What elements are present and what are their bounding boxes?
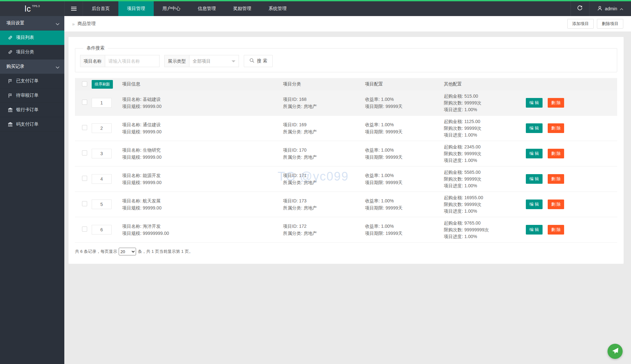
project-name-value: 生物研究 bbox=[143, 147, 161, 153]
project-id-value: 173 bbox=[299, 198, 306, 203]
edit-button[interactable]: 编 辑 bbox=[526, 98, 543, 108]
rate-value: 1.00% bbox=[381, 173, 394, 178]
refresh-button[interactable] bbox=[571, 1, 589, 16]
column-header-category: 项目分类 bbox=[283, 81, 365, 87]
sort-order-input[interactable] bbox=[92, 123, 112, 133]
nav-item-projects[interactable]: 项目管理 bbox=[118, 1, 154, 16]
flag-icon bbox=[7, 79, 13, 84]
nav-item-users[interactable]: 用户中心 bbox=[154, 1, 189, 16]
nav-item-rewards[interactable]: 奖励管理 bbox=[224, 1, 260, 16]
nav-item-system[interactable]: 系统管理 bbox=[260, 1, 295, 16]
project-category-cell: 项目ID: 170 所属分类: 房地产 bbox=[283, 146, 365, 161]
project-config-cell: 收益率: 1.00% 项目期限: 99999天 bbox=[365, 197, 444, 211]
project-cat-line: 所属分类: 房地产 bbox=[283, 154, 365, 161]
other-config-cell: 起购金额: 16955.00 限购次数: 99999次 项目进度: 1.00% bbox=[444, 194, 526, 215]
chevron-down-icon bbox=[56, 65, 59, 70]
field-label: 收益率: bbox=[365, 97, 381, 102]
field-label: 收益率: bbox=[365, 198, 381, 203]
amount-value: 515.00 bbox=[464, 93, 478, 99]
hamburger-icon bbox=[71, 6, 77, 12]
row-checkbox[interactable] bbox=[82, 125, 87, 130]
project-category-cell: 项目ID: 173 所属分类: 房地产 bbox=[283, 197, 365, 211]
field-label: 项目进度: bbox=[444, 132, 464, 138]
term-value: 99999天 bbox=[386, 104, 403, 109]
edit-button[interactable]: 编 辑 bbox=[526, 123, 543, 133]
link-icon bbox=[7, 35, 13, 40]
delete-project-button[interactable]: 删除项目 bbox=[597, 19, 623, 29]
table-row: 项目名称: 生物研究 项目规模: 99999.00 项目ID: 170 所属分类… bbox=[75, 141, 617, 166]
add-project-button[interactable]: 添加项目 bbox=[567, 19, 594, 29]
display-type-select[interactable]: 全部项目 bbox=[189, 55, 239, 67]
project-config-cell: 收益率: 1.00% 项目期限: 99999天 bbox=[365, 172, 444, 186]
row-checkbox[interactable] bbox=[82, 176, 87, 181]
nav-item-info[interactable]: 信息管理 bbox=[189, 1, 224, 16]
sidebar-item-project-list[interactable]: 项目列表 bbox=[0, 31, 64, 45]
row-checkbox[interactable] bbox=[82, 100, 87, 105]
sidebar-item-bankcard-orders[interactable]: 银行卡订单 bbox=[0, 103, 64, 117]
search-button-label: 搜 索 bbox=[257, 58, 267, 64]
sort-refresh-button[interactable]: 排序刷新 bbox=[92, 80, 113, 89]
edit-button[interactable]: 编 辑 bbox=[526, 200, 543, 209]
progress-value: 1.00% bbox=[464, 209, 477, 214]
sidebar-toggle-button[interactable] bbox=[64, 1, 83, 16]
delete-button[interactable]: 删 除 bbox=[548, 200, 564, 209]
sidebar-item-paid-orders[interactable]: 已支付订单 bbox=[0, 74, 64, 88]
column-header-other: 其他配置 bbox=[444, 81, 526, 87]
field-label: 项目ID: bbox=[283, 173, 299, 178]
row-checkbox[interactable] bbox=[82, 226, 87, 232]
edit-button[interactable]: 编 辑 bbox=[526, 149, 543, 158]
edit-button[interactable]: 编 辑 bbox=[526, 225, 543, 235]
edit-button[interactable]: 编 辑 bbox=[526, 174, 543, 184]
delete-button[interactable]: 删 除 bbox=[548, 174, 564, 184]
progress-line: 项目进度: 1.00% bbox=[444, 157, 526, 164]
progress-value: 1.00% bbox=[464, 132, 477, 138]
delete-button[interactable]: 删 除 bbox=[548, 225, 564, 235]
delete-button[interactable]: 删 除 bbox=[548, 98, 564, 108]
top-nav: 后台首页 项目管理 用户中心 信息管理 奖励管理 系统管理 bbox=[83, 1, 295, 16]
search-button[interactable]: 搜 索 bbox=[244, 55, 273, 67]
sort-order-input[interactable] bbox=[92, 149, 112, 158]
sidebar-item-qrpay-orders[interactable]: 码支付订单 bbox=[0, 117, 64, 132]
sidebar-section-project-settings[interactable]: 项目设置 bbox=[0, 16, 64, 31]
project-scale-line: 项目规模: 99999.00 bbox=[122, 103, 283, 110]
project-id-value: 171 bbox=[299, 173, 306, 178]
amount-line: 起购金额: 515.00 bbox=[444, 93, 526, 100]
project-scale-value: 99999.00 bbox=[143, 180, 161, 185]
pagination-suffix: 条，共 1 页当前显示第 1 页。 bbox=[138, 249, 193, 254]
table-header-row: 排序刷新 项目信息 项目分类 项目配置 其他配置 bbox=[75, 78, 617, 90]
nav-item-home[interactable]: 后台首页 bbox=[83, 1, 118, 16]
delete-button[interactable]: 删 除 bbox=[548, 149, 564, 158]
row-actions: 编 辑 删 除 bbox=[526, 123, 617, 133]
project-scale-value: 99999.00 bbox=[143, 104, 161, 109]
sort-order-input[interactable] bbox=[92, 98, 112, 108]
delete-button[interactable]: 删 除 bbox=[548, 123, 564, 133]
field-label: 项目名称: bbox=[122, 147, 143, 153]
field-label: 项目ID: bbox=[283, 147, 299, 153]
table-row: 项目名称: 海洋开发 项目规模: 99999999.00 项目ID: 172 所… bbox=[75, 217, 617, 243]
sidebar-section-purchase-records[interactable]: 购买记录 bbox=[0, 59, 64, 74]
times-value: 99999次 bbox=[464, 202, 481, 207]
select-all-checkbox[interactable] bbox=[82, 81, 87, 86]
sidebar-item-pending-orders[interactable]: 待审核订单 bbox=[0, 88, 64, 103]
floating-contact-button[interactable] bbox=[608, 344, 623, 359]
sidebar-item-project-category[interactable]: 项目分类 bbox=[0, 45, 64, 59]
pagination-bar: 共 6 条记录，每页显示 20 条，共 1 页当前显示第 1 页。 bbox=[75, 248, 617, 255]
progress-line: 项目进度: 1.00% bbox=[444, 132, 526, 138]
user-menu[interactable]: admin bbox=[589, 1, 631, 16]
row-actions: 编 辑 删 除 bbox=[526, 225, 617, 235]
other-config-cell: 起购金额: 9765.00 限购次数: 99999999次 项目进度: 1.00… bbox=[444, 220, 526, 240]
sort-order-input[interactable] bbox=[92, 174, 112, 184]
project-cat-value: 房地产 bbox=[304, 180, 317, 185]
project-name-input[interactable] bbox=[105, 55, 160, 67]
field-label: 所属分类: bbox=[283, 231, 304, 236]
page-size-select[interactable]: 20 bbox=[119, 248, 136, 255]
rate-line: 收益率: 1.00% bbox=[365, 172, 444, 179]
field-label: 项目进度: bbox=[444, 107, 464, 112]
row-checkbox[interactable] bbox=[82, 150, 87, 155]
sort-order-input[interactable] bbox=[92, 225, 112, 235]
sort-order-input[interactable] bbox=[92, 200, 112, 209]
rate-value: 1.00% bbox=[381, 122, 394, 127]
row-checkbox[interactable] bbox=[82, 201, 87, 206]
project-scale-line: 项目规模: 99999999.00 bbox=[122, 230, 283, 237]
bank-icon bbox=[7, 107, 13, 112]
